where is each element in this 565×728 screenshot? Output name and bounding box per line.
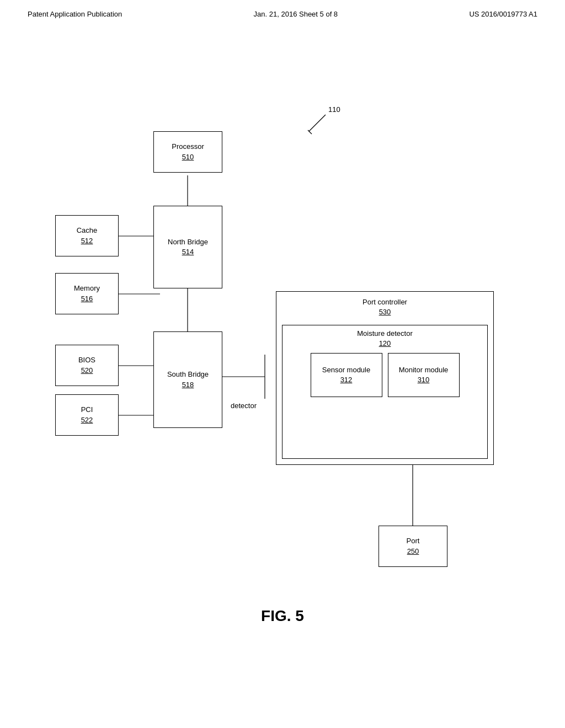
port-controller-outer: Port controller 530 Moisture detector 12… [276, 291, 494, 465]
sensor-module-label: Sensor module [322, 365, 370, 375]
pci-num: 522 [81, 415, 93, 425]
moisture-detector-num: 120 [379, 339, 391, 347]
moisture-detector-label: Moisture detector [357, 329, 412, 338]
bios-box: BIOS 520 [55, 345, 119, 386]
sensor-module-num: 312 [340, 375, 353, 385]
processor-label: Processor [172, 142, 204, 152]
north-bridge-label: North Bridge [168, 237, 208, 247]
detector-text: detector [231, 402, 257, 410]
cache-box: Cache 512 [55, 215, 119, 256]
pci-label: PCI [81, 405, 93, 415]
processor-box: Processor 510 [153, 131, 222, 173]
port-controller-header: Port controller 530 [276, 297, 493, 317]
memory-label: Memory [74, 283, 100, 293]
port-controller-label: Port controller [363, 298, 407, 306]
monitor-module-num: 310 [418, 375, 430, 385]
fig-label: FIG. 5 [261, 607, 304, 625]
port-num: 250 [407, 547, 419, 556]
sensor-module-box: Sensor module 312 [311, 353, 382, 397]
cache-label: Cache [77, 226, 98, 235]
svg-line-9 [309, 115, 326, 131]
port-controller-num: 530 [379, 308, 391, 316]
north-bridge-num: 514 [182, 247, 194, 257]
moisture-detector-header: Moisture detector 120 [286, 329, 484, 349]
header-left: Patent Application Publication [28, 10, 122, 18]
memory-box: Memory 516 [55, 273, 119, 314]
port-label: Port [407, 536, 420, 546]
bios-num: 520 [81, 366, 93, 376]
processor-num: 510 [182, 152, 194, 162]
memory-num: 516 [81, 294, 93, 304]
monitor-module-box: Monitor module 310 [388, 353, 460, 397]
south-bridge-label: South Bridge [167, 370, 209, 379]
cache-num: 512 [81, 236, 93, 246]
south-bridge-num: 518 [182, 380, 194, 390]
page-header: Patent Application Publication Jan. 21, … [0, 0, 565, 18]
bios-label: BIOS [78, 355, 95, 365]
monitor-module-label: Monitor module [399, 365, 449, 375]
south-bridge-box: South Bridge 518 [153, 331, 222, 428]
header-right: US 2016/0019773 A1 [469, 10, 537, 18]
moisture-detector-box: Moisture detector 120 Sensor module 312 … [282, 325, 488, 459]
svg-line-10 [308, 130, 312, 134]
ref-110: 110 [328, 105, 340, 114]
north-bridge-box: North Bridge 514 [153, 206, 222, 288]
pci-box: PCI 522 [55, 394, 119, 436]
modules-row: Sensor module 312 Monitor module 310 [286, 353, 484, 397]
port-box: Port 250 [379, 526, 447, 567]
header-middle: Jan. 21, 2016 Sheet 5 of 8 [254, 10, 338, 18]
diagram-area: 110 Processor 510 Cache 512 Memory 516 N… [0, 24, 565, 658]
